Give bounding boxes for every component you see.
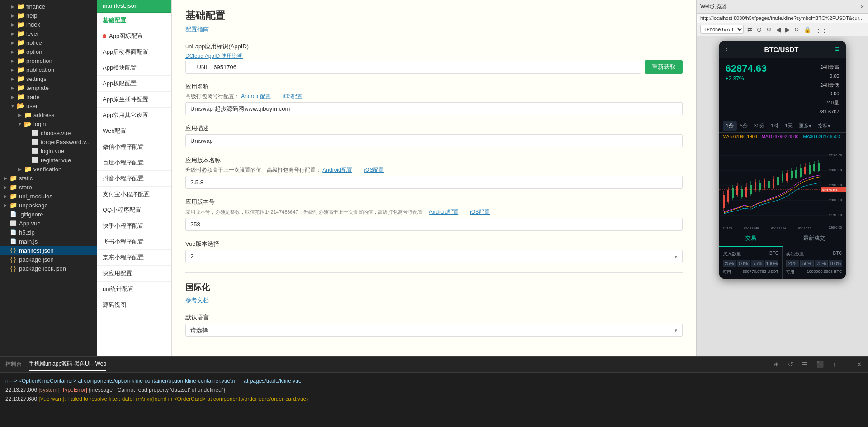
sell-pct-50[interactable]: 50% <box>800 260 813 267</box>
trade-tab-latest[interactable]: 最新成交 <box>783 231 846 247</box>
terminal-tab-console[interactable]: 控制台 <box>5 359 22 370</box>
config-nav-app-module[interactable]: App模块配置 <box>97 60 171 76</box>
config-nav-jingdong[interactable]: 京东小程序配置 <box>97 250 171 266</box>
sell-pct-75[interactable]: 75% <box>815 260 828 267</box>
tree-item-forgotpassword[interactable]: ▶ ⬜ forgetPassword.v... <box>0 137 97 146</box>
time-tab-1min[interactable]: 1分 <box>723 121 737 131</box>
nav-forward-icon[interactable]: ▶ <box>784 25 791 34</box>
config-nav-feishu[interactable]: 飞书小程序配置 <box>97 234 171 250</box>
tree-item-manifestjson[interactable]: ▶ { } manifest.json <box>0 246 97 255</box>
tree-item-verification[interactable]: ▶ 📁 verification <box>0 164 97 174</box>
config-nav-web[interactable]: Web配置 <box>97 123 171 139</box>
tree-item-registervue[interactable]: ▶ ⬜ register.vue <box>0 155 97 164</box>
sell-pct-25[interactable]: 25% <box>786 260 799 267</box>
config-nav-source-view[interactable]: 源码视图 <box>97 297 171 313</box>
tree-item-user[interactable]: ▼ 📂 user <box>0 101 97 110</box>
buy-pct-75[interactable]: 75% <box>751 260 764 267</box>
trade-tab-buy[interactable]: 交易 <box>719 231 783 247</box>
terminal-tab-web[interactable]: 手机端uniapp源码-黑色UI - Web <box>29 358 106 371</box>
tree-item-notice[interactable]: ▶ 📁 notice <box>0 38 97 47</box>
tree-item-promotion[interactable]: ▶ 📁 promotion <box>0 56 97 65</box>
config-nav-baidu[interactable]: 百度小程序配置 <box>97 155 171 171</box>
inspect-icon[interactable]: ⊙ <box>756 25 763 34</box>
tree-item-store[interactable]: ▶ 📁 store <box>0 183 97 192</box>
config-nav-quickapp[interactable]: 快应用配置 <box>97 266 171 282</box>
tree-item-unpackage[interactable]: ▶ 📁 unpackage <box>0 201 97 210</box>
ios-config-link-code[interactable]: iOS配置 <box>470 209 490 215</box>
tree-item-packagejson[interactable]: ▶ { } package.json <box>0 255 97 264</box>
browser-close-button[interactable]: ✕ <box>860 4 864 10</box>
time-tab-1h[interactable]: 1时 <box>768 121 782 131</box>
phone-back-button[interactable]: ‹ <box>726 45 728 53</box>
appversioncode-input[interactable] <box>185 218 683 231</box>
nav-back-icon[interactable]: ◀ <box>775 25 782 34</box>
terminal-action-7[interactable]: ✕ <box>856 360 863 369</box>
appversion-input[interactable] <box>185 176 683 189</box>
terminal-action-1[interactable]: ⊕ <box>773 360 780 369</box>
time-tab-index[interactable]: 指标▾ <box>815 121 834 131</box>
terminal-action-4[interactable]: ⬛ <box>816 360 825 369</box>
android-config-link-name[interactable]: Android配置 <box>241 93 270 99</box>
vueversion-select[interactable]: 2 3 <box>185 250 683 263</box>
ios-config-link-name[interactable]: iOS配置 <box>283 93 302 99</box>
phone-menu-icon[interactable]: ≡ <box>835 45 839 53</box>
i18n-doc-link[interactable]: 参考文档 <box>185 296 209 305</box>
tree-item-h5zip[interactable]: ▶ 📄 h5.zip <box>0 228 97 237</box>
tree-item-static[interactable]: ▶ 📁 static <box>0 174 97 183</box>
ios-config-link-ver[interactable]: iOS配置 <box>364 167 384 173</box>
tree-item-address[interactable]: ▶ 📁 address <box>0 110 97 119</box>
android-config-link-code[interactable]: Android配置 <box>429 209 458 215</box>
tree-item-option[interactable]: ▶ 📁 option <box>0 47 97 56</box>
tree-item-index[interactable]: ▶ 📁 index <box>0 20 97 29</box>
config-nav-app-icon[interactable]: App图标配置 <box>97 28 171 44</box>
tree-item-appvue[interactable]: ▶ ⬜ App.vue <box>0 219 97 228</box>
config-nav-app-splash[interactable]: App启动界面配置 <box>97 44 171 60</box>
tree-item-loginvue[interactable]: ▶ ⬜ login.vue <box>0 146 97 155</box>
appname-input[interactable] <box>185 102 683 115</box>
tree-item-settings[interactable]: ▶ 📁 settings <box>0 74 97 83</box>
nav-refresh-icon[interactable]: ↺ <box>793 25 800 34</box>
tree-item-choose-vue[interactable]: ▶ ⬜ choose.vue <box>0 128 97 137</box>
terminal-action-2[interactable]: ↺ <box>787 360 794 369</box>
appid-refresh-button[interactable]: 重新获取 <box>645 60 683 74</box>
settings-icon[interactable]: ⚙ <box>765 25 773 34</box>
terminal-action-5[interactable]: ↑ <box>832 360 837 369</box>
tree-item-packagelockjson[interactable]: ▶ { } package-lock.json <box>0 264 97 273</box>
sell-pct-100[interactable]: 100% <box>829 260 842 267</box>
tree-item-trade[interactable]: ▶ 📁 trade <box>0 92 97 101</box>
rotate-icon[interactable]: ⇄ <box>746 25 753 34</box>
tree-item-mainjs[interactable]: ▶ 📄 main.js <box>0 237 97 246</box>
browser-url-bar[interactable]: http://localhost:8080/h5#/pages/trade/kl… <box>697 14 868 23</box>
android-config-link-ver[interactable]: Android配置 <box>322 167 352 173</box>
tree-item-help[interactable]: ▶ 📁 help <box>0 11 97 20</box>
time-tab-5min[interactable]: 5分 <box>737 121 751 131</box>
tree-item-gitignore[interactable]: ▶ 📄 .gitignore <box>0 210 97 219</box>
time-tab-1d[interactable]: 1天 <box>782 121 796 131</box>
config-nav-kuaishou[interactable]: 快手小程序配置 <box>97 218 171 234</box>
default-lang-select[interactable]: 请选择 简体中文 English <box>185 324 683 337</box>
terminal-action-3[interactable]: ☰ <box>801 360 808 369</box>
device-selector[interactable]: iPhone 6/7/8 iPhone X <box>700 25 744 34</box>
config-guide-link[interactable]: 配置指南 <box>185 25 209 33</box>
config-nav-qq[interactable]: QQ小程序配置 <box>97 202 171 218</box>
appid-input[interactable] <box>185 61 641 74</box>
config-nav-uni-stats[interactable]: uni统计配置 <box>97 282 171 297</box>
buy-pct-100[interactable]: 100% <box>765 260 778 267</box>
config-nav-app-plugin[interactable]: App原生插件配置 <box>97 92 171 108</box>
config-nav-wechat[interactable]: 微信小程序配置 <box>97 139 171 155</box>
config-nav-app-other[interactable]: App常用其它设置 <box>97 108 171 123</box>
tree-item-login[interactable]: ▼ 📂 login <box>0 119 97 128</box>
tree-item-finance[interactable]: ▶ 📁 finance <box>0 2 97 11</box>
appid-link[interactable]: DCloud AppID 使用说明 <box>185 53 243 59</box>
config-nav-alipay[interactable]: 支付宝小程序配置 <box>97 187 171 202</box>
time-tab-more[interactable]: 更多▾ <box>796 121 815 131</box>
terminal-action-6[interactable]: ↓ <box>844 360 849 369</box>
config-nav-tiktok[interactable]: 抖音小程序配置 <box>97 171 171 187</box>
appdesc-input[interactable] <box>185 134 683 147</box>
tree-item-unimodules[interactable]: ▶ 📁 uni_modules <box>0 192 97 201</box>
tree-item-publication[interactable]: ▶ 📁 publication <box>0 65 97 74</box>
buy-pct-50[interactable]: 50% <box>737 260 750 267</box>
more-icon[interactable]: ⋮⋮ <box>815 25 828 34</box>
config-nav-app-permission[interactable]: App权限配置 <box>97 76 171 92</box>
tree-item-lever[interactable]: ▶ 📁 lever <box>0 29 97 38</box>
